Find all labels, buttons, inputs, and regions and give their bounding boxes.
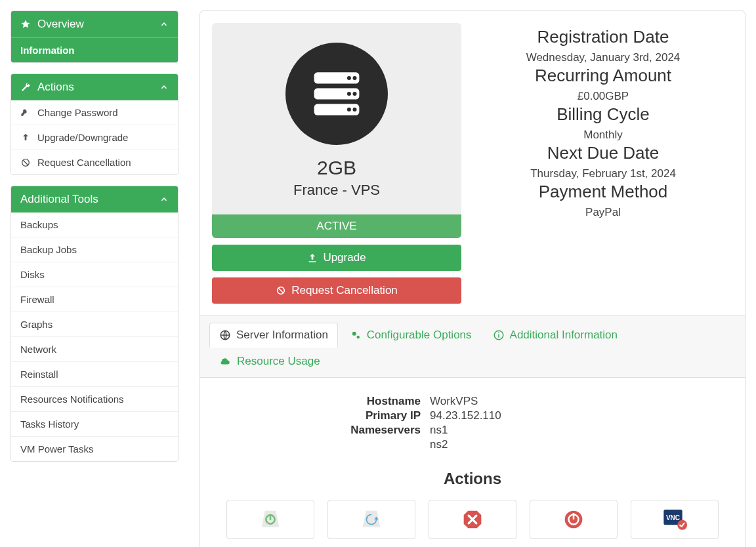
action-reboot[interactable]	[327, 500, 415, 539]
sidebar-item-firewall[interactable]: Firewall	[11, 287, 178, 312]
sidebar-item-tasks-history[interactable]: Tasks History	[11, 411, 178, 436]
tab-resource-usage[interactable]: Resource Usage	[209, 350, 329, 373]
tab-server-information[interactable]: Server Information	[209, 323, 338, 348]
sidebar-tools-title: Additional Tools	[20, 193, 98, 206]
power-off-icon	[560, 506, 587, 533]
sidebar-item-change-password[interactable]: Change Password	[11, 100, 178, 125]
svg-point-13	[356, 335, 360, 338]
sidebar-tools-list: Backups Backup Jobs Disks Firewall Graph…	[11, 213, 178, 461]
chevron-up-icon	[159, 83, 169, 92]
svg-point-6	[347, 92, 351, 96]
svg-rect-3	[314, 104, 360, 115]
svg-rect-15	[498, 334, 499, 337]
recurring-amount-value: £0.00GBP	[473, 90, 733, 103]
registration-date-value: Wednesday, January 3rd, 2024	[473, 51, 733, 64]
sidebar-item-label: Graphs	[20, 319, 52, 330]
arrow-up-icon	[20, 132, 31, 143]
sidebar-item-disks[interactable]: Disks	[11, 262, 178, 287]
main-panel: 2GB France - VPS ACTIVE Upgrade Request …	[200, 10, 746, 547]
sidebar-item-label: Backups	[20, 219, 58, 230]
svg-rect-18	[270, 515, 272, 520]
tab-label: Resource Usage	[237, 355, 320, 368]
power-on-icon	[257, 506, 284, 533]
sidebar-item-backups[interactable]: Backups	[11, 213, 178, 237]
action-grid: VNC	[220, 500, 725, 539]
product-name: 2GB	[225, 157, 448, 179]
sidebar-item-label: Backup Jobs	[20, 244, 77, 255]
sidebar-item-vm-power-tasks[interactable]: VM Power Tasks	[11, 436, 178, 461]
sidebar-item-reinstall[interactable]: Reinstall	[11, 361, 178, 386]
upgrade-button-label: Upgrade	[323, 251, 366, 264]
sidebar-item-label: Change Password	[37, 107, 118, 118]
action-shutdown[interactable]	[530, 500, 618, 539]
sidebar-item-graphs[interactable]: Graphs	[11, 312, 178, 336]
sidebar-item-backup-jobs[interactable]: Backup Jobs	[11, 237, 178, 262]
status-badge: ACTIVE	[212, 214, 461, 238]
sidebar-panel-tools: Additional Tools Backups Backup Jobs Dis…	[10, 186, 178, 462]
sidebar-item-resources-notifications[interactable]: Resources Notifications	[11, 386, 178, 411]
sidebar-actions-list: Change Password Upgrade/Downgrade Reques…	[11, 100, 178, 174]
sidebar-item-label: VM Power Tasks	[20, 443, 93, 455]
hostname-label: Hostname	[220, 395, 430, 408]
svg-rect-16	[498, 332, 499, 333]
cogs-icon	[350, 329, 362, 341]
billing-info: Registration Date Wednesday, January 3rd…	[473, 23, 733, 304]
server-info-section: Hostname WorkVPS Primary IP 94.23.152.11…	[200, 378, 745, 547]
tab-label: Configurable Options	[367, 329, 472, 342]
svg-rect-2	[314, 88, 360, 99]
sidebar-item-label: Network	[20, 344, 56, 355]
nameservers-label: Nameservers	[220, 424, 430, 437]
sidebar-item-label: Upgrade/Downgrade	[37, 132, 128, 143]
request-cancellation-label: Request Cancellation	[291, 284, 398, 297]
sidebar-item-label: Tasks History	[20, 418, 79, 430]
svg-rect-1	[314, 72, 360, 83]
nameserver-2: ns2	[430, 438, 448, 451]
sidebar-item-label: Disks	[20, 269, 45, 280]
billing-cycle-value: Monthly	[473, 129, 733, 142]
svg-point-7	[353, 92, 357, 96]
tab-additional-information[interactable]: Additional Information	[484, 323, 627, 347]
sidebar-actions-header[interactable]: Actions	[11, 74, 178, 100]
primary-ip-value: 94.23.152.110	[430, 409, 501, 422]
upgrade-button[interactable]: Upgrade	[212, 245, 461, 271]
svg-point-4	[347, 76, 351, 80]
svg-point-5	[353, 76, 357, 80]
next-due-date-title: Next Due Date	[473, 143, 733, 163]
next-due-date-value: Thursday, February 1st, 2024	[473, 167, 733, 180]
sidebar-item-network[interactable]: Network	[11, 336, 178, 361]
tab-label: Server Information	[236, 329, 328, 342]
sidebar-overview-header[interactable]: Overview	[11, 11, 178, 37]
sidebar-panel-actions: Actions Change Password Upgrade	[10, 73, 178, 175]
sidebar-item-information[interactable]: Information	[11, 37, 178, 62]
sidebar-item-upgrade-downgrade[interactable]: Upgrade/Downgrade	[11, 125, 178, 150]
tab-configurable-options[interactable]: Configurable Options	[341, 323, 481, 347]
sidebar-tools-header[interactable]: Additional Tools	[11, 186, 178, 213]
sidebar-item-label: Request Cancellation	[37, 157, 131, 168]
primary-ip-label: Primary IP	[220, 409, 430, 422]
chevron-up-icon	[159, 20, 169, 29]
payment-method-title: Payment Method	[473, 182, 733, 202]
svg-point-8	[347, 108, 351, 111]
billing-cycle-title: Billing Cycle	[473, 104, 733, 125]
product-body: 2GB France - VPS	[212, 23, 461, 214]
sidebar-item-request-cancellation[interactable]: Request Cancellation	[11, 150, 178, 174]
ban-icon	[20, 157, 31, 168]
upload-icon	[307, 253, 318, 263]
action-vnc[interactable]: VNC	[631, 500, 719, 539]
server-icon	[285, 43, 388, 145]
svg-point-12	[352, 331, 356, 335]
recurring-amount-title: Recurring Amount	[473, 66, 733, 86]
svg-point-9	[353, 108, 357, 111]
tab-label: Additional Information	[510, 329, 618, 342]
hostname-value: WorkVPS	[430, 395, 478, 408]
product-card: 2GB France - VPS ACTIVE Upgrade Request …	[212, 23, 461, 304]
action-power-on[interactable]	[226, 500, 314, 539]
nameserver-1: ns1	[430, 424, 448, 437]
info-icon	[493, 329, 505, 341]
sidebar-item-label: Firewall	[20, 294, 54, 305]
svg-rect-22	[573, 513, 575, 519]
svg-text:VNC: VNC	[666, 514, 680, 521]
action-stop[interactable]	[429, 500, 516, 539]
globe-icon	[219, 329, 231, 341]
request-cancellation-button[interactable]: Request Cancellation	[212, 277, 461, 304]
